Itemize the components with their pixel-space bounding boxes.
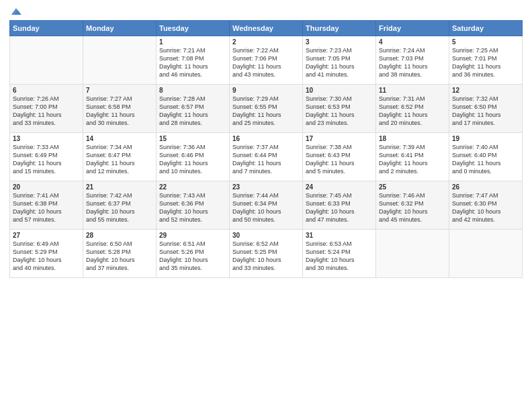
day-info: Sunrise: 7:46 AMSunset: 6:32 PMDaylight:… (379, 191, 446, 224)
day-info: Sunrise: 7:41 AMSunset: 6:38 PMDaylight:… (13, 191, 80, 224)
day-number: 2 (232, 38, 300, 46)
table-row: 30Sunrise: 6:52 AMSunset: 5:25 PMDayligh… (230, 230, 303, 278)
day-number: 18 (379, 135, 446, 142)
day-info: Sunrise: 6:50 AMSunset: 5:28 PMDaylight:… (86, 240, 153, 273)
table-row: 29Sunrise: 6:51 AMSunset: 5:26 PMDayligh… (157, 230, 230, 278)
table-row (10, 36, 83, 85)
table-row: 5Sunrise: 7:25 AMSunset: 7:01 PMDaylight… (449, 36, 523, 85)
day-number: 28 (86, 232, 153, 239)
page-header (9, 7, 523, 16)
day-info: Sunrise: 7:29 AMSunset: 6:55 PMDaylight:… (232, 95, 300, 128)
day-number: 7 (86, 87, 153, 94)
day-number: 8 (159, 87, 226, 94)
calendar-week-row: 20Sunrise: 7:41 AMSunset: 6:38 PMDayligh… (10, 181, 523, 230)
table-row: 22Sunrise: 7:43 AMSunset: 6:36 PMDayligh… (157, 181, 230, 230)
day-number: 25 (379, 183, 446, 191)
table-row: 20Sunrise: 7:41 AMSunset: 6:38 PMDayligh… (10, 181, 83, 230)
col-thursday: Thursday (303, 21, 376, 36)
day-info: Sunrise: 7:47 AMSunset: 6:30 PMDaylight:… (452, 191, 519, 224)
col-wednesday: Wednesday (230, 21, 303, 36)
day-info: Sunrise: 7:40 AMSunset: 6:40 PMDaylight:… (452, 143, 519, 176)
table-row: 21Sunrise: 7:42 AMSunset: 6:37 PMDayligh… (83, 181, 157, 230)
day-number: 19 (452, 135, 519, 142)
day-info: Sunrise: 7:21 AMSunset: 7:08 PMDaylight:… (159, 46, 226, 79)
day-info: Sunrise: 7:37 AMSunset: 6:44 PMDaylight:… (232, 143, 300, 176)
day-number: 16 (232, 135, 300, 142)
day-info: Sunrise: 7:22 AMSunset: 7:06 PMDaylight:… (232, 46, 300, 79)
day-number: 3 (306, 38, 373, 46)
table-row: 23Sunrise: 7:44 AMSunset: 6:34 PMDayligh… (230, 181, 303, 230)
day-info: Sunrise: 7:31 AMSunset: 6:52 PMDaylight:… (379, 95, 446, 128)
day-number: 13 (13, 135, 80, 142)
col-tuesday: Tuesday (157, 21, 230, 36)
day-number: 4 (379, 38, 446, 46)
day-number: 10 (306, 87, 373, 94)
day-info: Sunrise: 7:34 AMSunset: 6:47 PMDaylight:… (86, 143, 153, 176)
day-number: 30 (232, 232, 300, 239)
day-info: Sunrise: 7:43 AMSunset: 6:36 PMDaylight:… (159, 191, 226, 224)
day-info: Sunrise: 6:53 AMSunset: 5:24 PMDaylight:… (306, 240, 373, 273)
day-number: 26 (452, 183, 519, 191)
table-row: 11Sunrise: 7:31 AMSunset: 6:52 PMDayligh… (376, 85, 449, 133)
day-info: Sunrise: 7:45 AMSunset: 6:33 PMDaylight:… (306, 191, 373, 224)
table-row: 8Sunrise: 7:28 AMSunset: 6:57 PMDaylight… (157, 85, 230, 133)
table-row (376, 230, 449, 278)
calendar-week-row: 1Sunrise: 7:21 AMSunset: 7:08 PMDaylight… (10, 36, 523, 85)
table-row: 27Sunrise: 6:49 AMSunset: 5:29 PMDayligh… (10, 230, 83, 278)
day-number: 27 (13, 232, 80, 239)
day-number: 1 (159, 38, 226, 46)
day-info: Sunrise: 7:23 AMSunset: 7:05 PMDaylight:… (306, 46, 373, 79)
day-number: 20 (13, 183, 80, 191)
day-info: Sunrise: 7:27 AMSunset: 6:58 PMDaylight:… (86, 95, 153, 128)
table-row: 10Sunrise: 7:30 AMSunset: 6:53 PMDayligh… (303, 85, 376, 133)
day-info: Sunrise: 7:38 AMSunset: 6:43 PMDaylight:… (306, 143, 373, 176)
table-row: 7Sunrise: 7:27 AMSunset: 6:58 PMDaylight… (83, 85, 157, 133)
calendar-week-row: 27Sunrise: 6:49 AMSunset: 5:29 PMDayligh… (10, 230, 523, 278)
table-row (83, 36, 157, 85)
day-number: 14 (86, 135, 153, 142)
table-row: 2Sunrise: 7:22 AMSunset: 7:06 PMDaylight… (230, 36, 303, 85)
day-info: Sunrise: 7:28 AMSunset: 6:57 PMDaylight:… (159, 95, 226, 128)
day-number: 5 (452, 38, 519, 46)
table-row: 16Sunrise: 7:37 AMSunset: 6:44 PMDayligh… (230, 133, 303, 181)
day-info: Sunrise: 7:39 AMSunset: 6:41 PMDaylight:… (379, 143, 446, 176)
calendar-week-row: 6Sunrise: 7:26 AMSunset: 7:00 PMDaylight… (10, 85, 523, 133)
day-number: 15 (159, 135, 226, 142)
table-row: 3Sunrise: 7:23 AMSunset: 7:05 PMDaylight… (303, 36, 376, 85)
table-row: 14Sunrise: 7:34 AMSunset: 6:47 PMDayligh… (83, 133, 157, 181)
table-row: 12Sunrise: 7:32 AMSunset: 6:50 PMDayligh… (449, 85, 523, 133)
table-row: 15Sunrise: 7:36 AMSunset: 6:46 PMDayligh… (157, 133, 230, 181)
day-number: 31 (306, 232, 373, 239)
day-number: 29 (159, 232, 226, 239)
day-info: Sunrise: 7:24 AMSunset: 7:03 PMDaylight:… (379, 46, 446, 79)
weekday-header-row: Sunday Monday Tuesday Wednesday Thursday… (10, 21, 523, 36)
day-info: Sunrise: 7:25 AMSunset: 7:01 PMDaylight:… (452, 46, 519, 79)
day-info: Sunrise: 6:51 AMSunset: 5:26 PMDaylight:… (159, 240, 226, 273)
table-row: 6Sunrise: 7:26 AMSunset: 7:00 PMDaylight… (10, 85, 83, 133)
day-info: Sunrise: 7:42 AMSunset: 6:37 PMDaylight:… (86, 191, 153, 224)
table-row: 4Sunrise: 7:24 AMSunset: 7:03 PMDaylight… (376, 36, 449, 85)
table-row: 28Sunrise: 6:50 AMSunset: 5:28 PMDayligh… (83, 230, 157, 278)
table-row: 9Sunrise: 7:29 AMSunset: 6:55 PMDaylight… (230, 85, 303, 133)
calendar-table: Sunday Monday Tuesday Wednesday Thursday… (9, 20, 523, 278)
day-number: 12 (452, 87, 519, 94)
table-row: 24Sunrise: 7:45 AMSunset: 6:33 PMDayligh… (303, 181, 376, 230)
day-number: 17 (306, 135, 373, 142)
day-info: Sunrise: 7:33 AMSunset: 6:49 PMDaylight:… (13, 143, 80, 176)
calendar-week-row: 13Sunrise: 7:33 AMSunset: 6:49 PMDayligh… (10, 133, 523, 181)
logo (9, 7, 23, 16)
table-row: 25Sunrise: 7:46 AMSunset: 6:32 PMDayligh… (376, 181, 449, 230)
logo-icon (10, 7, 22, 16)
col-saturday: Saturday (449, 21, 523, 36)
day-number: 21 (86, 183, 153, 191)
table-row: 13Sunrise: 7:33 AMSunset: 6:49 PMDayligh… (10, 133, 83, 181)
day-number: 23 (232, 183, 300, 191)
col-friday: Friday (376, 21, 449, 36)
day-info: Sunrise: 6:49 AMSunset: 5:29 PMDaylight:… (13, 240, 80, 273)
table-row: 17Sunrise: 7:38 AMSunset: 6:43 PMDayligh… (303, 133, 376, 181)
table-row: 18Sunrise: 7:39 AMSunset: 6:41 PMDayligh… (376, 133, 449, 181)
table-row: 19Sunrise: 7:40 AMSunset: 6:40 PMDayligh… (449, 133, 523, 181)
table-row (449, 230, 523, 278)
table-row: 1Sunrise: 7:21 AMSunset: 7:08 PMDaylight… (157, 36, 230, 85)
col-monday: Monday (83, 21, 157, 36)
